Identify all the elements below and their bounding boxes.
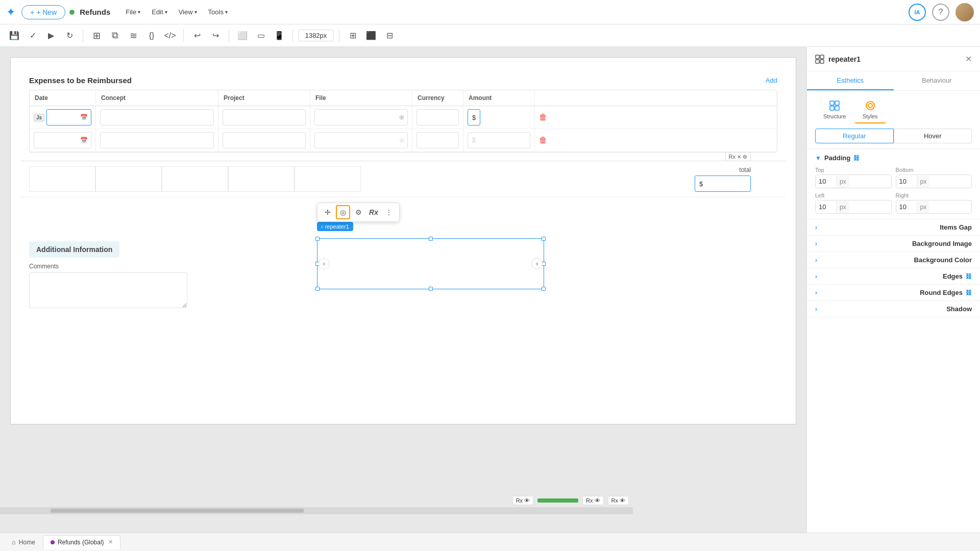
desktop-view-button[interactable]: ⬜ [234, 28, 251, 44]
additional-info-badge: Additional Information [29, 241, 119, 258]
handle-top-left[interactable] [315, 237, 320, 241]
refresh-button[interactable]: ↻ [61, 28, 78, 44]
top-nav: ✦ + + New Refunds File ▾ Edit ▾ View ▾ T… [0, 0, 980, 24]
view-menu[interactable]: View ▾ [174, 6, 202, 18]
padding-right-item: Right px [896, 192, 972, 214]
window-button[interactable]: ⬛ [363, 28, 379, 44]
new-button[interactable]: + + New [21, 5, 65, 19]
add-expense-link[interactable]: Add [766, 77, 777, 84]
undo-button[interactable]: ↩ [189, 28, 205, 44]
mobile-view-button[interactable]: 📱 [271, 28, 287, 44]
col-project: Project [218, 90, 310, 106]
components-button[interactable]: ⊞ [88, 28, 105, 44]
handle-bot-right[interactable] [542, 287, 546, 291]
edges-section[interactable]: › Edges ⛓ [807, 268, 980, 285]
code-button[interactable]: {} [143, 28, 160, 44]
comments-textarea[interactable] [29, 272, 187, 308]
project-input-1[interactable] [223, 109, 306, 126]
repeater-next-button[interactable]: › [531, 258, 543, 269]
move-tool-button[interactable]: ✛ [321, 205, 335, 219]
hover-tab[interactable]: Hover [894, 129, 972, 143]
date-input-1[interactable]: 📅 [46, 109, 91, 126]
data-icon: ≋ [130, 30, 137, 41]
check-button[interactable]: ✓ [24, 28, 41, 44]
file-menu[interactable]: File ▾ [120, 6, 145, 18]
repeater-prev-button[interactable]: ‹ [318, 258, 330, 269]
items-gap-section[interactable]: › Items Gap [807, 219, 980, 236]
delete-row1-button[interactable]: 🗑 [539, 113, 547, 122]
row1-date: Js 📅 [30, 106, 96, 129]
layout-button[interactable]: ⊟ [381, 28, 398, 44]
panel-close-button[interactable]: ✕ [965, 54, 972, 64]
handle-top-right[interactable] [542, 237, 546, 241]
padding-right-input[interactable] [896, 201, 917, 213]
row1-delete: 🗑 [535, 106, 555, 129]
tools-menu[interactable]: Tools ▾ [203, 6, 233, 18]
data-button[interactable]: ≋ [125, 28, 141, 44]
home-tab[interactable]: ⌂ Home [4, 535, 43, 549]
play-button[interactable]: ▶ [43, 28, 59, 44]
row1-amount: $ [463, 106, 535, 129]
tab-dot [51, 540, 55, 544]
delete-row2-button[interactable]: 🗑 [539, 136, 547, 145]
expenses-section: Expenses to be Reimbursed Add Date Conce… [21, 68, 786, 161]
concept-input-2[interactable] [100, 132, 214, 148]
rx-badge-1: Rx 👁 [512, 496, 533, 505]
round-edges-section[interactable]: › Round Edges ⛓ [807, 285, 980, 301]
user-avatar[interactable] [955, 3, 974, 21]
save-button[interactable]: 💾 [6, 28, 22, 44]
edit-menu[interactable]: Edit ▾ [146, 6, 172, 18]
repeater-label-text: repeater1 [325, 223, 349, 230]
padding-bottom-label: Bottom [896, 167, 972, 173]
styles-tab[interactable]: Styles [854, 97, 886, 123]
style-tool-button[interactable]: ◎ [336, 205, 350, 219]
layers-button[interactable]: ⧉ [107, 28, 123, 44]
total-value-input[interactable]: $ [695, 176, 751, 192]
tab-behaviour[interactable]: Behaviour [894, 71, 981, 90]
help-button[interactable]: ? [932, 4, 949, 21]
handle-bot-left[interactable] [315, 287, 320, 291]
tablet-view-button[interactable]: ▭ [253, 28, 269, 44]
currency-input-2[interactable] [416, 132, 459, 148]
refunds-tab-close-button[interactable]: ✕ [108, 539, 113, 545]
refunds-tab[interactable]: Refunds (Global) ✕ [43, 535, 120, 549]
currency-input-1[interactable] [416, 109, 459, 126]
amount-input-2[interactable]: $ [468, 132, 530, 148]
amount-input-1[interactable]: $ [468, 109, 480, 126]
structure-tab[interactable]: Structure [815, 97, 854, 123]
ia-button[interactable]: IA [909, 4, 926, 21]
file-input-2[interactable]: ⊕ [314, 132, 408, 148]
padding-header[interactable]: ▼ Padding ⛓ [815, 154, 972, 162]
resize-button[interactable]: ⊞ [345, 28, 361, 44]
concept-input-1[interactable] [100, 109, 214, 126]
shadow-section[interactable]: › Shadow [807, 301, 980, 317]
h-scrollbar-track[interactable] [0, 507, 633, 514]
handle-bot-mid[interactable] [429, 287, 433, 291]
h-scrollbar-thumb[interactable] [51, 509, 304, 513]
rx-tool-button[interactable]: Rx [366, 205, 381, 219]
canvas-area: Expenses to be Reimbursed Add Date Conce… [0, 47, 806, 533]
regular-tab[interactable]: Regular [815, 129, 894, 143]
padding-top-input[interactable] [816, 175, 836, 188]
right-panel: repeater1 ✕ Esthetics Behaviour St [806, 47, 980, 533]
background-color-section[interactable]: › Background Color [807, 252, 980, 268]
project-input-2[interactable] [223, 132, 306, 148]
nav-right: IA ? [909, 3, 974, 21]
file-input-1[interactable]: ⊕ [314, 109, 408, 126]
viewport-width[interactable]: 1382px [298, 30, 334, 41]
date-input-2[interactable]: 📅 [34, 132, 91, 148]
repeater-badge[interactable]: ‹ repeater1 [317, 222, 353, 231]
padding-left-input[interactable] [816, 201, 836, 213]
background-image-section[interactable]: › Background Image [807, 236, 980, 252]
rx-tool-icon: Rx [369, 208, 378, 216]
selected-repeater[interactable]: ‹ › [317, 238, 544, 289]
tab-esthetics[interactable]: Esthetics [807, 71, 894, 90]
repeater-chevron: ‹ [321, 223, 323, 230]
handle-top-mid[interactable] [429, 237, 433, 241]
settings-tool-button[interactable]: ⚙ [351, 205, 365, 219]
padding-bottom-input[interactable] [896, 175, 917, 188]
more-tool-button[interactable]: ⋮ [382, 205, 396, 219]
items-gap-label: Items Gap [940, 223, 972, 231]
redo-button[interactable]: ↪ [207, 28, 224, 44]
html-button[interactable]: </> [162, 28, 178, 44]
